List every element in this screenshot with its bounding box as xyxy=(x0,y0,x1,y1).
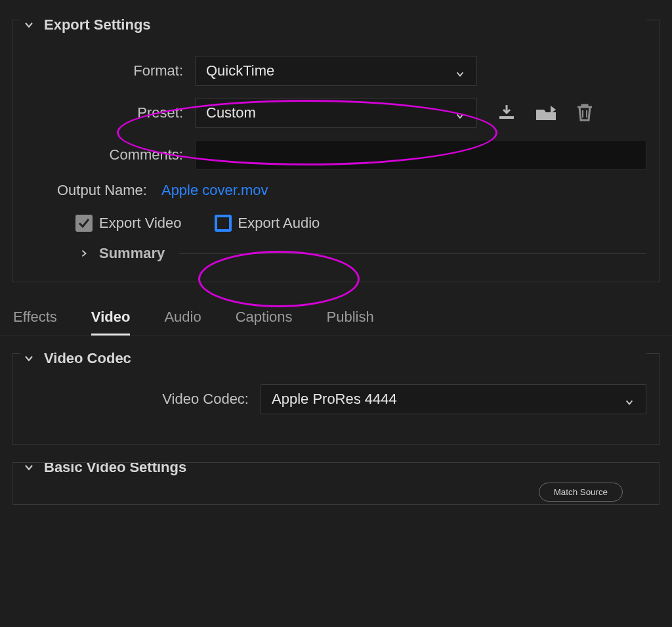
export-audio-label: Export Audio xyxy=(238,215,320,232)
video-codec-dropdown[interactable]: Apple ProRes 4444 xyxy=(261,384,646,414)
tab-video[interactable]: Video xyxy=(91,305,131,335)
chevron-down-icon xyxy=(455,66,466,76)
import-preset-icon[interactable] xyxy=(535,102,558,124)
match-source-button[interactable]: Match Source xyxy=(539,483,623,502)
output-name-label: Output Name: xyxy=(57,182,147,199)
divider xyxy=(179,253,646,254)
tab-publish[interactable]: Publish xyxy=(327,305,374,335)
export-video-label: Export Video xyxy=(99,215,182,232)
chevron-right-icon[interactable] xyxy=(78,248,90,259)
tabs-bar: Effects Video Audio Captions Publish xyxy=(0,297,672,336)
format-label: Format: xyxy=(26,62,183,79)
basic-video-settings-title: Basic Video Settings xyxy=(44,462,186,476)
comments-label: Comments: xyxy=(26,146,183,163)
output-name-link[interactable]: Apple cover.mov xyxy=(161,182,268,199)
export-settings-section: Export Settings Format: QuickTime Preset… xyxy=(12,20,660,282)
comments-input[interactable] xyxy=(195,140,646,170)
chevron-down-icon[interactable] xyxy=(23,462,35,473)
chevron-down-icon xyxy=(625,394,635,404)
summary-title: Summary xyxy=(99,245,165,262)
chevron-down-icon[interactable] xyxy=(23,353,35,364)
export-settings-title: Export Settings xyxy=(44,16,151,33)
video-codec-section: Video Codec Video Codec: Apple ProRes 44… xyxy=(12,353,660,445)
video-codec-title: Video Codec xyxy=(44,350,131,367)
tab-effects[interactable]: Effects xyxy=(13,305,57,335)
export-audio-checkbox[interactable] xyxy=(215,215,232,232)
preset-value: Custom xyxy=(206,104,256,121)
chevron-down-icon[interactable] xyxy=(23,19,35,31)
preset-dropdown[interactable]: Custom xyxy=(195,98,477,128)
save-preset-icon[interactable] xyxy=(497,102,520,124)
video-codec-value: Apple ProRes 4444 xyxy=(272,391,397,408)
format-value: QuickTime xyxy=(206,62,274,79)
tab-captions[interactable]: Captions xyxy=(236,305,293,335)
basic-video-settings-section: Basic Video Settings Match Source xyxy=(12,462,660,505)
trash-icon[interactable] xyxy=(573,102,597,124)
chevron-down-icon xyxy=(455,108,466,118)
preset-label: Preset: xyxy=(26,104,183,121)
format-dropdown[interactable]: QuickTime xyxy=(195,56,477,86)
video-codec-label: Video Codec: xyxy=(26,391,249,408)
tab-audio[interactable]: Audio xyxy=(164,305,201,335)
export-video-checkbox[interactable] xyxy=(75,215,93,232)
